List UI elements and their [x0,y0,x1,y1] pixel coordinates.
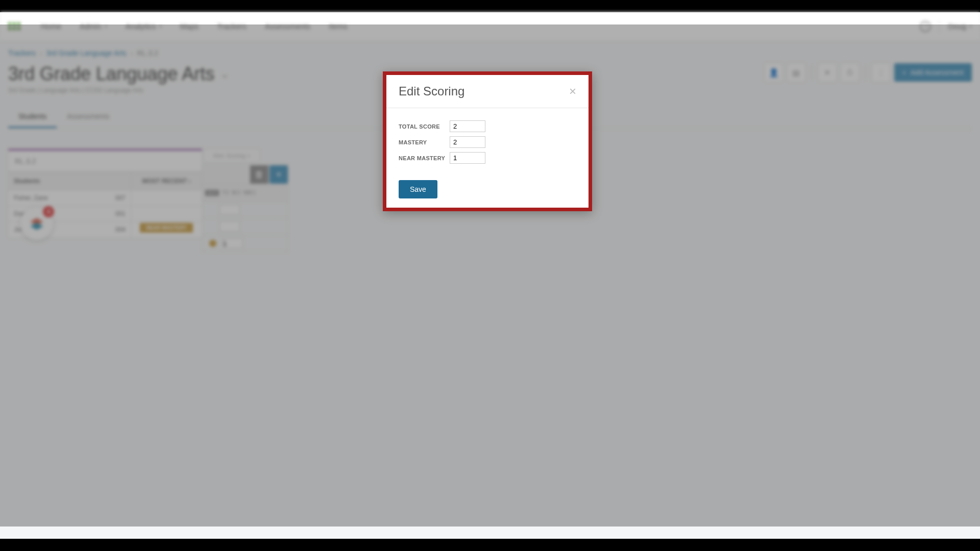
mastery-label: MASTERY [399,139,450,145]
close-icon[interactable]: × [569,84,576,98]
mastery-input[interactable] [450,136,485,148]
near-mastery-label: NEAR MASTERY [399,155,450,161]
edit-scoring-modal: Edit Scoring × TOTAL SCORE MASTERY NEAR … [383,71,592,211]
modal-title: Edit Scoring [399,84,464,98]
save-button[interactable]: Save [399,180,437,198]
total-score-input[interactable] [450,120,485,132]
near-mastery-input[interactable] [450,152,485,164]
total-score-label: TOTAL SCORE [399,123,450,130]
